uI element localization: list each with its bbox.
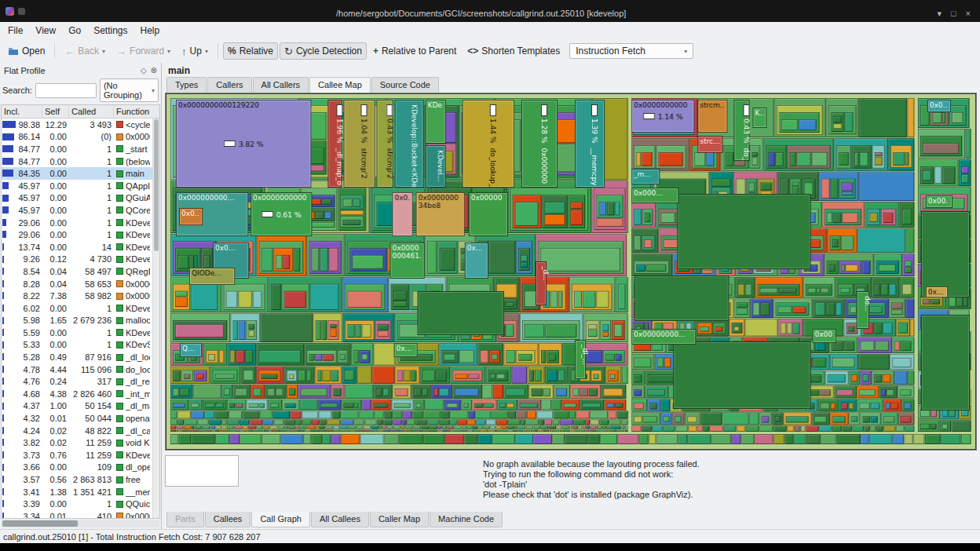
tab-callee-map[interactable]: Callee Map — [309, 77, 371, 93]
close-panel-icon[interactable]: ⊗ — [151, 66, 157, 75]
function-cell: KDevelop::... — [114, 254, 152, 266]
table-row[interactable]: 3.411.381 351 421__memcpy... — [2, 486, 152, 498]
forward-button[interactable]: → Forward ▾ — [112, 42, 175, 60]
table-row[interactable]: 45.970.001QCoreAppl... — [2, 204, 152, 217]
table-row[interactable]: 3.340.014100x0000000... — [2, 510, 152, 518]
vertical-scrollbar[interactable] — [152, 119, 159, 518]
table-row[interactable]: 8.227.3858 9820x0000000... — [2, 290, 152, 302]
table-row[interactable]: 29.060.001KDevelop::... — [2, 228, 152, 241]
event-type-combobox[interactable]: Instruction Fetch ▾ — [569, 43, 693, 59]
window-titlebar[interactable]: /home/sergobot/Documents/GCI/screenshots… — [0, 0, 980, 22]
grouping-combobox[interactable]: (No Grouping) ▾ — [100, 78, 159, 102]
table-row[interactable]: 45.970.001QApplicati... — [2, 180, 152, 192]
callee-map-treemap[interactable] — [166, 93, 976, 450]
called-cell: 2 826 460 — [69, 388, 114, 400]
table-row[interactable]: 84.350.001main — [2, 167, 152, 180]
incl-cell: 84.35 — [2, 167, 42, 180]
cycle-detection-toggle-button[interactable]: ↻ Cycle Detection — [280, 42, 367, 60]
close-icon[interactable]: × — [966, 9, 971, 19]
table-row[interactable]: 9.260.124 730KDevelop::... — [2, 254, 152, 266]
table-row[interactable]: 84.770.001_start — [2, 143, 152, 155]
tab-callers[interactable]: Callers — [207, 77, 251, 93]
called-cell: 11 259 — [69, 436, 114, 449]
table-row[interactable]: 8.540.0458 497QRegExp::... — [2, 265, 152, 278]
table-row[interactable]: 3.820.0211 259void KDev... — [2, 436, 152, 449]
table-row[interactable]: 29.060.001KDevelop::... — [2, 217, 152, 229]
menu-view[interactable]: View — [29, 23, 62, 38]
table-row[interactable]: 4.240.0248 822_dl_catch_... — [2, 425, 152, 437]
menu-go[interactable]: Go — [62, 23, 87, 38]
menu-help[interactable]: Help — [134, 23, 166, 38]
up-button[interactable]: ↑ Up ▾ — [177, 42, 213, 60]
float-panel-icon[interactable]: ◇ — [141, 66, 147, 75]
column-header-function[interactable]: Function — [114, 105, 159, 118]
function-cell: QApplicati... — [114, 180, 152, 192]
table-row[interactable]: 98.3812.293 493<cycle 42> — [2, 119, 152, 131]
cost-bar — [2, 206, 9, 213]
table-row[interactable]: 5.330.001KDevSplasl... — [2, 339, 152, 352]
tab-types[interactable]: Types — [166, 77, 207, 93]
incl-cell: 29.06 — [2, 228, 42, 241]
incl-cell: 4.78 — [2, 363, 42, 376]
function-cell: (below mai... — [114, 155, 152, 168]
table-row[interactable]: 4.784.44115 096do_lookup... — [2, 363, 152, 376]
up-icon: ↑ — [181, 46, 187, 57]
table-row[interactable]: 3.570.562 863 813free — [2, 473, 152, 486]
table-row[interactable]: 86.140.00(0)0x0000000... — [2, 131, 152, 144]
menu-settings[interactable]: Settings — [87, 23, 133, 38]
cost-bar — [2, 243, 4, 250]
table-row[interactable]: 3.390.001QQuickVie... — [2, 498, 152, 510]
minimize-icon[interactable]: ▾ — [937, 9, 942, 19]
scrollbar-thumb[interactable] — [2, 520, 78, 527]
search-input[interactable] — [35, 83, 97, 98]
table-row[interactable]: 5.590.001KDevelop::... — [2, 327, 152, 339]
called-cell: 2 863 813 — [69, 473, 114, 486]
table-row[interactable]: 4.320.0150 044openaux — [2, 412, 152, 425]
forward-icon: → — [116, 46, 126, 57]
table-row[interactable]: 3.730.7611 259KDevelop::... — [2, 449, 152, 462]
table-row[interactable]: 4.684.382 826 460_int_mallo... — [2, 388, 152, 400]
function-cell: KDevelop::... — [114, 302, 152, 315]
column-header-incl[interactable]: Incl. — [2, 105, 42, 118]
menu-file[interactable]: File — [2, 23, 29, 38]
self-cell: 0.00 — [42, 143, 69, 155]
tab-call-graph[interactable]: Call Graph — [251, 512, 310, 527]
relative-to-parent-button[interactable]: + Relative to Parent — [368, 42, 461, 60]
called-cell: 3 493 — [69, 119, 114, 131]
cost-bar — [2, 170, 13, 177]
horizontal-scrollbar[interactable] — [2, 520, 159, 527]
table-row[interactable]: 13.740.0014KDevelop::... — [2, 241, 152, 254]
shorten-templates-button[interactable]: <> Shorten Templates — [463, 42, 565, 60]
table-row[interactable]: 8.280.0458 6530x0000000... — [2, 278, 152, 290]
column-header-called[interactable]: Called — [69, 105, 114, 118]
table-row[interactable]: 45.970.001QGuiApplic... — [2, 192, 152, 205]
table-row[interactable]: 3.660.00109dl_open_w... — [2, 462, 152, 474]
tab-source-code[interactable]: Source Code — [371, 77, 439, 93]
scrollbar-thumb[interactable] — [154, 119, 159, 251]
back-dropdown-icon[interactable]: ▾ — [102, 48, 105, 55]
table-row[interactable]: 84.770.001(below mai... — [2, 155, 152, 168]
back-button[interactable]: ← Back ▾ — [60, 42, 110, 60]
table-row[interactable]: 5.280.4987 916_dl_lookup... — [2, 351, 152, 363]
maximize-icon[interactable]: □ — [951, 9, 956, 19]
column-header-self[interactable]: Self — [42, 105, 69, 118]
function-cell: QCoreAppl... — [114, 204, 152, 217]
table-row[interactable]: 4.371.0050 154_dl_map_o... — [2, 400, 152, 413]
tab-callees[interactable]: Callees — [205, 512, 251, 527]
function-icon — [116, 170, 123, 177]
relative-toggle-button[interactable]: % Relative — [223, 42, 278, 60]
called-cell: 58 653 — [69, 278, 114, 290]
table-row[interactable]: 4.760.24317_dl_relocat... — [2, 375, 152, 388]
tab-machine-code[interactable]: Machine Code — [430, 512, 503, 527]
self-cell: 1.38 — [42, 486, 69, 498]
table-row[interactable]: 6.020.001KDevelop::... — [2, 302, 152, 315]
forward-dropdown-icon[interactable]: ▾ — [167, 48, 170, 55]
up-dropdown-icon[interactable]: ▾ — [205, 48, 208, 55]
tab-all-callers[interactable]: All Callers — [253, 77, 309, 93]
open-button[interactable]: Open — [3, 42, 49, 60]
tab-caller-map[interactable]: Caller Map — [370, 512, 429, 527]
table-row[interactable]: 5.981.652 679 236malloc — [2, 315, 152, 327]
tab-all-callees[interactable]: All Callees — [311, 512, 369, 527]
function-icon — [116, 329, 123, 336]
incl-cell: 45.97 — [2, 192, 42, 205]
